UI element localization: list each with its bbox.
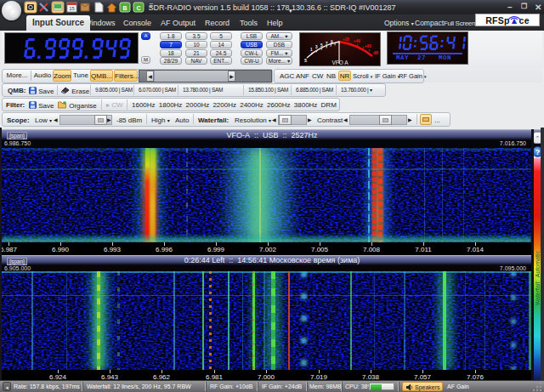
svg-text:5: 5 <box>320 43 323 48</box>
svg-text:7: 7 <box>326 42 328 46</box>
svg-text:VFO A: VFO A <box>332 60 348 65</box>
svg-text:S: S <box>304 59 307 63</box>
svg-text:+20: +20 <box>343 37 349 42</box>
svg-text:+60: +60 <box>365 44 371 48</box>
svg-text:1: 1 <box>310 48 313 52</box>
svg-text:+40: +40 <box>354 39 360 43</box>
svg-text:3: 3 <box>315 45 318 49</box>
svg-text:9: 9 <box>331 40 333 44</box>
svg-text:dB: dB <box>373 51 379 55</box>
